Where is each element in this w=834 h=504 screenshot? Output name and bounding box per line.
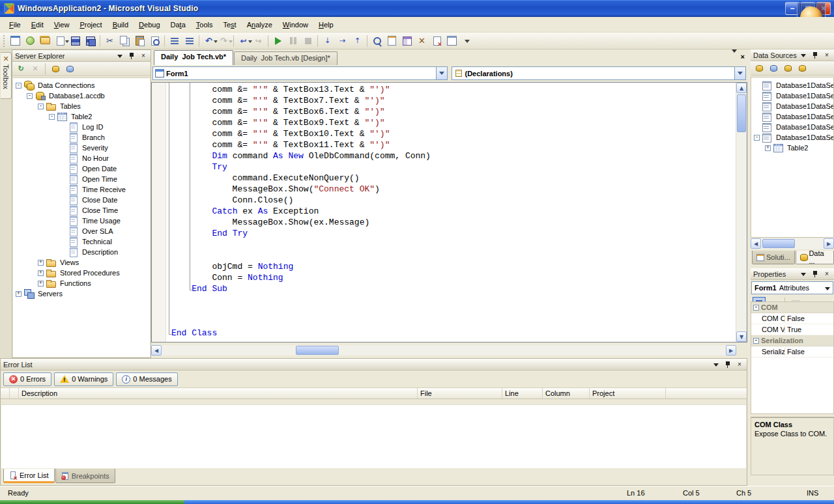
window-position-icon[interactable] xyxy=(799,51,808,60)
menu-debug[interactable]: Debug xyxy=(134,19,165,31)
add-item-icon[interactable] xyxy=(23,34,38,48)
menu-build[interactable]: Build xyxy=(108,19,134,31)
expand-icon[interactable]: + xyxy=(38,270,44,276)
tree-item-servers[interactable]: +Servers xyxy=(13,288,150,299)
cut-icon[interactable]: ✂ xyxy=(102,34,117,48)
property-row-com-visit[interactable]: COM VisitTrue xyxy=(751,324,833,335)
data-sources-scrollbar[interactable]: ◀ ▶ xyxy=(751,238,834,249)
window-position-icon[interactable] xyxy=(712,360,721,369)
auto-hide-pin-icon[interactable] xyxy=(723,360,732,369)
tree-item-database1datase[interactable]: Database1DataSe xyxy=(751,91,833,101)
property-category-com[interactable]: -COM xyxy=(751,302,833,313)
close-panel-icon[interactable]: × xyxy=(822,51,831,60)
tree-item-branch[interactable]: Branch xyxy=(13,132,150,143)
paste-icon[interactable] xyxy=(132,34,147,48)
close-panel-icon[interactable]: × xyxy=(139,51,148,61)
menu-test[interactable]: Test xyxy=(218,19,241,31)
tree-item-table2[interactable]: -Table2 xyxy=(13,111,150,122)
tree-item-table2[interactable]: +Table2 xyxy=(751,143,833,153)
tree-item-database1-accdb[interactable]: -Database1.accdb xyxy=(13,91,150,101)
navigate-backward-icon[interactable]: ↩ xyxy=(236,34,251,48)
menu-view[interactable]: View xyxy=(49,19,75,31)
tree-item-stored-procedures[interactable]: +Stored Procedures xyxy=(13,268,150,278)
expand-icon[interactable]: + xyxy=(38,281,44,287)
menu-tools[interactable]: Tools xyxy=(191,19,218,31)
error-list-icon[interactable] xyxy=(429,34,444,48)
property-category-serialization[interactable]: -Serialization xyxy=(751,335,833,346)
tree-item-tables[interactable]: -Tables xyxy=(13,101,150,111)
tree-item-database1datase[interactable]: Database1DataSe xyxy=(751,101,833,111)
menu-analyze[interactable]: Analyze xyxy=(242,19,278,31)
tree-item-technical[interactable]: Technical xyxy=(13,236,150,247)
horizontal-scroll-thumb[interactable] xyxy=(296,346,339,355)
tree-item-time-receive[interactable]: Time Receive xyxy=(13,184,150,195)
window-position-icon[interactable] xyxy=(115,51,124,61)
scroll-right-icon[interactable]: ▶ xyxy=(824,238,834,249)
tool-tab-error-list[interactable]: Error List xyxy=(3,469,55,483)
properties-window-icon[interactable] xyxy=(399,34,414,48)
tree-item-severity[interactable]: Severity xyxy=(13,143,150,153)
tree-item-data-connections[interactable]: -Data Connections xyxy=(13,80,150,91)
stop-refresh-icon[interactable]: ✕ xyxy=(29,63,42,75)
menu-edit[interactable]: Edit xyxy=(26,19,49,31)
collapse-icon[interactable]: - xyxy=(753,338,759,344)
expand-icon[interactable]: + xyxy=(765,145,771,151)
collapse-icon[interactable]: - xyxy=(753,305,759,311)
solution-explorer-icon[interactable] xyxy=(384,34,399,48)
pause-icon[interactable] xyxy=(285,34,300,48)
tree-item-no-hour[interactable]: No Hour xyxy=(13,153,150,163)
0-messages-toggle-button[interactable]: i0 Messages xyxy=(116,372,177,386)
auto-hide-pin-icon[interactable] xyxy=(811,270,820,279)
scroll-down-icon[interactable]: ▼ xyxy=(736,331,747,342)
properties-object-dropdown[interactable]: Form1 Attributes xyxy=(751,281,833,294)
undo-icon[interactable]: ↶ xyxy=(201,34,216,48)
tree-item-views[interactable]: +Views xyxy=(13,257,150,268)
column-header-project[interactable]: Project xyxy=(590,388,666,399)
save-icon[interactable] xyxy=(68,34,83,48)
toolbar-grip[interactable] xyxy=(3,35,6,47)
close-document-icon[interactable]: × xyxy=(741,53,745,61)
step-over-icon[interactable]: ⇢ xyxy=(335,34,350,48)
error-list-grid[interactable] xyxy=(1,404,746,468)
toolbox-tab[interactable]: ✕ Toolbox xyxy=(1,52,12,99)
refresh-dataset-icon[interactable] xyxy=(796,63,809,74)
tree-item-log-id[interactable]: Log ID xyxy=(13,122,150,132)
tree-item-time-usage[interactable]: Time Usage xyxy=(13,216,150,226)
immediate-window-icon[interactable] xyxy=(444,34,459,48)
menu-project[interactable]: Project xyxy=(74,19,107,31)
column-header-file[interactable]: File xyxy=(418,388,502,399)
find-icon[interactable] xyxy=(147,34,162,48)
comment-icon[interactable] xyxy=(167,34,182,48)
column-header-line[interactable]: Line xyxy=(502,388,543,399)
add-item-dropdown-icon[interactable] xyxy=(53,34,68,48)
stop-icon[interactable] xyxy=(300,34,315,48)
collapse-icon[interactable]: - xyxy=(38,104,44,109)
menu-window[interactable]: Window xyxy=(278,19,313,31)
collapse-icon[interactable]: - xyxy=(27,93,33,99)
tree-item-database1datase[interactable]: Database1DataSe xyxy=(751,122,833,132)
scroll-left-icon[interactable]: ◀ xyxy=(151,345,162,356)
connect-database-icon[interactable] xyxy=(49,63,62,75)
scroll-left-icon[interactable]: ◀ xyxy=(751,238,761,249)
start-debugging-icon[interactable] xyxy=(270,34,285,48)
window-position-icon[interactable] xyxy=(799,270,808,279)
tree-item-functions[interactable]: +Functions xyxy=(13,278,150,288)
tree-item-open-time[interactable]: Open Time xyxy=(13,174,150,184)
step-into-icon[interactable]: ⇣ xyxy=(320,34,335,48)
configure-wizard-icon[interactable] xyxy=(781,63,794,74)
save-all-icon[interactable] xyxy=(83,34,98,48)
expand-icon[interactable]: + xyxy=(16,291,22,297)
column-header-description[interactable]: Description xyxy=(19,388,418,399)
document-tab-0[interactable]: Daily Job Tech.vb* xyxy=(154,50,233,65)
tab-data-sources[interactable]: Data ... xyxy=(796,251,834,264)
close-panel-icon[interactable]: × xyxy=(735,360,744,369)
collapse-icon[interactable]: - xyxy=(754,135,760,141)
tab-solution-explorer[interactable]: Soluti... xyxy=(752,251,795,264)
collapse-icon[interactable]: - xyxy=(16,83,22,89)
code-editor[interactable]: comm &= "'" & TextBox13.Text & "')" comm… xyxy=(151,82,747,343)
horizontal-scroll-thumb[interactable] xyxy=(762,239,795,248)
uncomment-icon[interactable] xyxy=(182,34,197,48)
copy-icon[interactable] xyxy=(117,34,132,48)
column-header-icon[interactable] xyxy=(10,388,19,399)
menu-data[interactable]: Data xyxy=(165,19,191,31)
